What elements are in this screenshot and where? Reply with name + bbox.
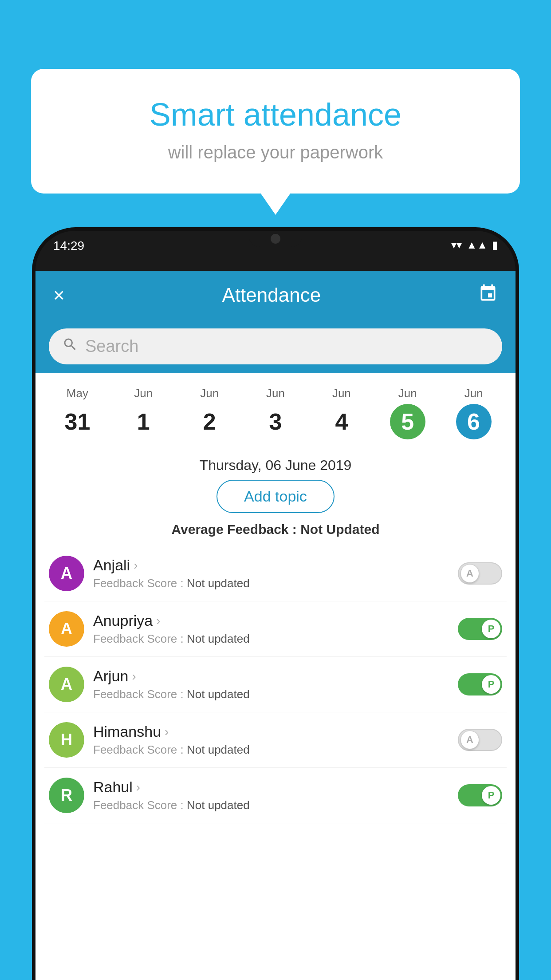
phone-notch [249,231,302,247]
status-icons: ▾▾ ▲▲ ▮ [451,239,498,251]
search-placeholder: Search [85,337,138,356]
date-day-number: 4 [324,404,359,439]
date-month-label: Jun [177,387,243,400]
calendar-icon [478,284,498,303]
chevron-right-icon: › [156,614,160,628]
app-title: Attendance [222,284,321,306]
student-list-item: AArjun ›Feedback Score : Not updatedP [44,657,507,712]
student-name[interactable]: Arjun › [93,668,449,685]
date-day-number: 2 [192,404,227,439]
student-list: AAnjali ›Feedback Score : Not updatedAAA… [44,546,507,823]
search-icon [62,336,78,356]
date-month-label: Jun [374,387,441,400]
date-month-label: Jun [308,387,374,400]
toggle-knob: P [482,675,500,694]
chevron-right-icon: › [134,558,138,573]
date-day-number: 5 [390,404,425,439]
chevron-right-icon: › [132,669,136,684]
date-strip: May31Jun1Jun2Jun3Jun4Jun5Jun6 [35,373,516,448]
date-item-2[interactable]: Jun2 [177,382,243,444]
student-name[interactable]: Rahul › [93,778,449,796]
student-avatar: A [49,611,84,647]
date-item-1[interactable]: Jun1 [110,382,177,444]
app-screen: × Attendance Search May31Jun1Ju [35,271,516,980]
speech-bubble-container: Smart attendance will replace your paper… [31,69,520,194]
student-name[interactable]: Himanshu › [93,723,449,740]
date-item-0[interactable]: May31 [44,382,110,444]
signal-icon: ▲▲ [466,239,488,251]
student-feedback: Feedback Score : Not updated [93,798,449,812]
student-list-item: HHimanshu ›Feedback Score : Not updatedA [44,712,507,768]
student-info: Himanshu ›Feedback Score : Not updated [93,723,449,757]
date-item-5[interactable]: Jun5 [374,382,441,444]
student-avatar: R [49,778,84,813]
status-time: 14:29 [53,239,84,253]
student-avatar: A [49,667,84,702]
chevron-right-icon: › [136,780,140,794]
toggle-knob: A [460,564,479,583]
wifi-icon: ▾▾ [451,239,462,251]
attendance-toggle[interactable]: P [458,673,502,695]
app-header: × Attendance [35,271,516,320]
avg-feedback: Average Feedback : Not Updated [44,522,507,537]
search-bar[interactable]: Search [49,328,502,364]
toggle-knob: P [482,786,500,805]
date-item-6[interactable]: Jun6 [441,382,507,444]
date-day-number: 3 [258,404,293,439]
selected-date: Thursday, 06 June 2019 [44,448,507,480]
bubble-subtitle: will replace your paperwork [67,142,484,162]
close-button[interactable]: × [53,284,65,306]
student-info: Anjali ›Feedback Score : Not updated [93,557,449,590]
date-day-number: 31 [59,404,95,439]
calendar-button[interactable] [478,284,498,307]
battery-icon: ▮ [492,239,498,251]
date-month-label: Jun [243,387,309,400]
date-month-label: May [44,387,110,400]
student-list-item: AAnjali ›Feedback Score : Not updatedA [44,546,507,601]
attendance-toggle[interactable]: A [458,729,502,751]
attendance-toggle[interactable]: P [458,618,502,640]
chevron-right-icon: › [165,725,169,739]
date-item-4[interactable]: Jun4 [308,382,374,444]
camera-notch [271,234,280,244]
student-info: Anupriya ›Feedback Score : Not updated [93,612,449,646]
phone-frame: 14:29 ▾▾ ▲▲ ▮ × Attendance [35,231,516,980]
search-container: Search [35,320,516,373]
student-avatar: H [49,722,84,758]
bubble-title: Smart attendance [67,95,484,134]
content-area: Thursday, 06 June 2019 Add topic Average… [35,448,516,823]
student-name[interactable]: Anupriya › [93,612,449,629]
speech-bubble: Smart attendance will replace your paper… [31,69,520,194]
toggle-knob: P [482,620,500,638]
student-avatar: A [49,556,84,591]
add-topic-button[interactable]: Add topic [216,480,335,513]
student-list-item: RRahul ›Feedback Score : Not updatedP [44,768,507,823]
date-day-number: 1 [126,404,161,439]
student-feedback: Feedback Score : Not updated [93,577,449,590]
attendance-toggle[interactable]: P [458,784,502,806]
student-name[interactable]: Anjali › [93,557,449,574]
date-month-label: Jun [441,387,507,400]
student-info: Rahul ›Feedback Score : Not updated [93,778,449,812]
date-day-number: 6 [456,404,492,439]
student-feedback: Feedback Score : Not updated [93,743,449,757]
student-info: Arjun ›Feedback Score : Not updated [93,668,449,701]
attendance-toggle[interactable]: A [458,562,502,585]
date-month-label: Jun [110,387,177,400]
student-list-item: AAnupriya ›Feedback Score : Not updatedP [44,601,507,657]
date-item-3[interactable]: Jun3 [243,382,309,444]
student-feedback: Feedback Score : Not updated [93,688,449,701]
status-bar: 14:29 ▾▾ ▲▲ ▮ [35,231,516,271]
toggle-knob: A [460,731,479,749]
student-feedback: Feedback Score : Not updated [93,632,449,646]
